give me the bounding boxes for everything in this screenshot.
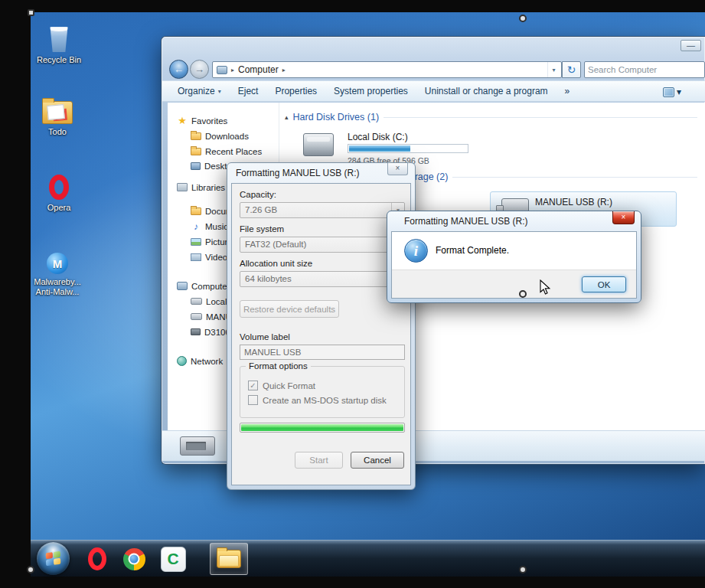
computer-icon — [217, 66, 227, 74]
capacity-label: Capacity: — [240, 190, 276, 199]
sidebar-item-videos[interactable]: Videos — [191, 250, 232, 263]
dialog-client: Capacity: 7.26 GB ▾ File system FAT32 (D… — [231, 183, 411, 485]
chevron-down-icon: ▾ — [218, 88, 221, 95]
search-box — [584, 61, 705, 78]
close-button[interactable]: × — [387, 163, 408, 175]
recycle-bin-icon — [49, 26, 69, 52]
format-progress-fill — [241, 424, 403, 431]
dialog-message: Format Complete. — [436, 245, 509, 256]
music-note-icon: ♪ — [191, 221, 201, 232]
toolbar-eject[interactable]: Eject — [238, 86, 259, 96]
crumb-arrow-icon: ▸ — [231, 67, 234, 74]
dialog-footer: OK — [392, 270, 636, 298]
views-button[interactable]: ▾ — [659, 84, 685, 100]
restore-defaults-button[interactable]: Restore device defaults — [240, 300, 339, 318]
taskbar-opera-button[interactable] — [80, 543, 115, 575]
dialog-client: i Format Complete. OK — [391, 231, 637, 299]
capture-handle-bottom[interactable] — [519, 566, 527, 573]
checkbox-checked-icon: ✓ — [248, 381, 258, 390]
video-icon — [191, 253, 201, 261]
dialog-title: Formatting MANUEL USB (R:) — [236, 168, 360, 178]
group-header-hdd: ▴ Hard Disk Drives (1) — [285, 112, 697, 122]
checkbox-empty-icon — [248, 395, 258, 405]
forward-arrow-icon: → — [194, 64, 204, 75]
mouse-cursor — [540, 279, 551, 299]
picture-icon — [191, 238, 201, 246]
allocation-label: Allocation unit size — [240, 259, 312, 268]
icon-label: Malwareby... Anti-Malw... — [34, 277, 81, 297]
desktop-icon-recycle-bin[interactable]: Recycle Bin — [29, 26, 89, 65]
format-progress-bar — [240, 423, 405, 433]
minimize-button[interactable]: — — [681, 40, 701, 51]
filesystem-combobox[interactable]: FAT32 (Default) ▾ — [240, 237, 405, 253]
group-rule — [384, 117, 697, 118]
taskbar-chrome-button[interactable] — [116, 543, 152, 575]
toolbar-overflow[interactable]: » — [565, 86, 570, 96]
icon-label: Todo — [48, 127, 67, 137]
sidebar-item-music[interactable]: ♪ Music — [191, 220, 228, 233]
crumb-arrow-icon: ▸ — [282, 67, 286, 74]
close-button[interactable]: × — [612, 211, 635, 224]
back-button[interactable]: ← — [169, 60, 188, 79]
sidebar-item-d3100[interactable]: D3100 — [191, 325, 230, 338]
disk-usage-bar — [348, 144, 468, 153]
sidebar-section-favorites[interactable]: ★ Favorites — [177, 114, 227, 127]
toolbar-uninstall[interactable]: Uninstall or change a program — [425, 86, 548, 96]
breadcrumb[interactable]: Computer — [238, 64, 279, 75]
monitor-icon — [191, 162, 201, 170]
disk-usage-fill — [349, 145, 410, 152]
forward-button[interactable]: → — [190, 60, 209, 79]
quick-format-checkbox[interactable]: ✓ Quick Format — [248, 381, 315, 390]
dialog-title: Formatting MANUEL USB (R:) — [404, 216, 528, 227]
group-expander-icon[interactable]: ▴ — [285, 113, 289, 121]
sidebar-item-downloads[interactable]: Downloads — [191, 129, 249, 142]
sidebar-section-computer[interactable]: Computer — [177, 279, 230, 292]
msdos-checkbox[interactable]: Create an MS-DOS startup disk — [248, 395, 387, 405]
capture-handle-center[interactable] — [519, 290, 527, 298]
capture-handle-top[interactable] — [519, 15, 527, 22]
capture-handle-bottom-left[interactable] — [27, 566, 34, 573]
usb-drive-icon — [191, 313, 202, 320]
recorder-icon: C — [161, 547, 186, 572]
chrome-icon — [123, 548, 145, 570]
computer-icon — [177, 282, 188, 290]
desktop-icon-todo[interactable]: Todo — [28, 101, 87, 137]
sidebar-section-network[interactable]: Network — [177, 354, 223, 368]
group-rule — [452, 177, 697, 178]
taskbar-explorer-button[interactable] — [210, 543, 248, 575]
icon-label: Opera — [47, 203, 71, 213]
volume-label: Volume label — [240, 332, 290, 341]
allocation-combobox[interactable]: 64 kilobytes ▾ — [240, 271, 405, 287]
toolbar-organize[interactable]: Organize ▾ — [178, 86, 221, 96]
cancel-button[interactable]: Cancel — [351, 452, 404, 469]
sidebar-section-libraries[interactable]: Libraries — [177, 181, 225, 194]
search-input[interactable] — [588, 65, 701, 74]
folder-icon — [191, 207, 201, 215]
drive-icon — [191, 298, 202, 305]
address-bar[interactable]: ▸ Computer ▸ ▾ — [212, 61, 562, 78]
windows-flag-icon — [46, 551, 61, 567]
volume-label-input[interactable]: MANUEL USB — [240, 345, 405, 360]
desktop-icon-malwarebytes[interactable]: M Malwareby... Anti-Malw... — [25, 253, 90, 297]
ok-button[interactable]: OK — [582, 276, 626, 292]
explorer-folder-icon — [217, 550, 241, 568]
usb-connector-icon — [180, 436, 215, 456]
filesystem-label: File system — [240, 224, 284, 234]
toolbar-system-properties[interactable]: System properties — [334, 86, 408, 96]
toolbar-properties[interactable]: Properties — [275, 86, 317, 96]
refresh-button[interactable]: ↻ — [562, 61, 581, 78]
format-complete-dialog: Formatting MANUEL USB (R:) × i Format Co… — [387, 211, 641, 303]
taskbar-recorder-button[interactable]: C — [155, 543, 191, 575]
address-dropdown-button[interactable]: ▾ — [547, 62, 560, 77]
format-options-group: Format options ✓ Quick Format Create an … — [240, 366, 405, 418]
opera-icon — [88, 547, 106, 570]
start-button[interactable] — [37, 542, 70, 575]
network-icon — [177, 356, 187, 366]
capture-handle-top-left[interactable] — [28, 9, 34, 16]
start-button[interactable]: Start — [295, 452, 343, 469]
camera-icon — [191, 328, 201, 335]
desktop-icon-opera[interactable]: Opera — [29, 175, 89, 213]
sidebar-item-recent-places[interactable]: Recent Places — [191, 145, 262, 158]
capacity-combobox[interactable]: 7.26 GB ▾ — [240, 202, 405, 218]
screen: Recycle Bin Todo Opera M Malwareby... An… — [0, 0, 705, 588]
